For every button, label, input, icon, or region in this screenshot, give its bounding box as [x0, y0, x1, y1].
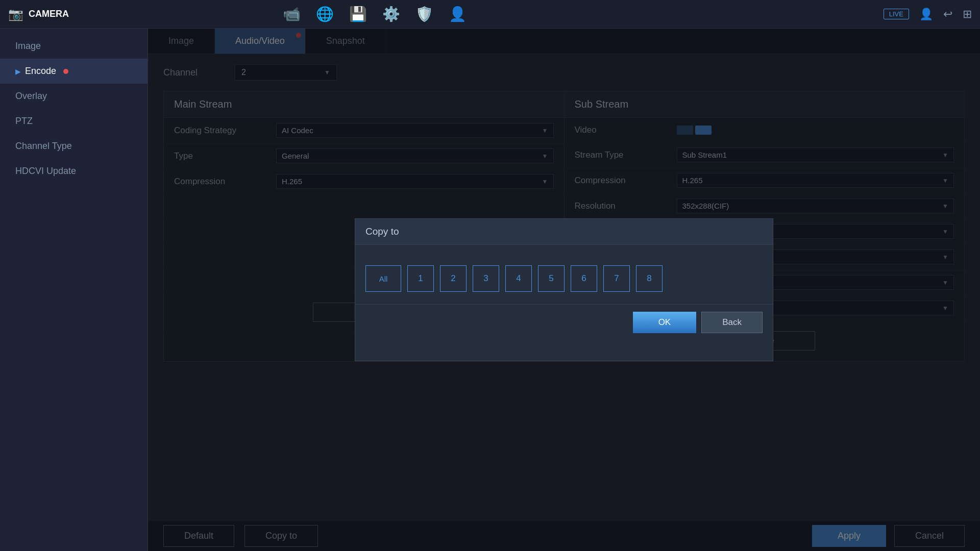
sidebar-label-ptz: PTZ: [15, 116, 33, 127]
sidebar-label-channel-type: Channel Type: [15, 141, 72, 152]
camera-icon: 📷: [8, 7, 23, 21]
sidebar-label-hdcvi: HDCVI Update: [15, 166, 76, 177]
channel-buttons-group: All 1 2 3 4 5 6 7 8: [365, 265, 763, 292]
topbar: 📷 CAMERA 📹 🌐 💾 ⚙️ 🛡️ 👤 LIVE 👤 ↩ ⊞: [0, 0, 980, 29]
modal-footer: OK Back: [355, 304, 773, 340]
main-layout: Image ▶ Encode Overlay PTZ Channel Type …: [0, 29, 980, 551]
sidebar-item-channel-type[interactable]: Channel Type: [0, 134, 148, 159]
sidebar-label-image: Image: [15, 41, 41, 52]
grid-icon[interactable]: ⊞: [963, 8, 972, 21]
channel-btn-5[interactable]: 5: [538, 265, 565, 292]
modal-title: Copy to: [355, 219, 773, 245]
sidebar-label-overlay: Overlay: [15, 91, 47, 102]
channel-btn-2[interactable]: 2: [440, 265, 467, 292]
sidebar: Image ▶ Encode Overlay PTZ Channel Type …: [0, 29, 148, 551]
sidebar-item-overlay[interactable]: Overlay: [0, 84, 148, 109]
sidebar-item-encode[interactable]: ▶ Encode: [0, 59, 148, 84]
copy-to-modal: Copy to All 1 2 3 4 5 6 7 8 OK: [355, 218, 773, 361]
user-nav-icon[interactable]: 👤: [449, 6, 467, 22]
channel-btn-4[interactable]: 4: [505, 265, 532, 292]
sidebar-arrow-encode: ▶: [15, 67, 21, 76]
topbar-nav: 📹 🌐 💾 ⚙️ 🛡️ 👤: [283, 6, 467, 22]
settings-nav-icon[interactable]: ⚙️: [382, 6, 400, 22]
channel-btn-3[interactable]: 3: [473, 265, 499, 292]
video-nav-icon[interactable]: 📹: [283, 6, 301, 22]
camera-title: CAMERA: [29, 9, 69, 19]
account-icon[interactable]: 👤: [919, 8, 933, 21]
sidebar-label-encode: Encode: [25, 66, 56, 77]
topbar-icons: LIVE 👤 ↩ ⊞: [884, 8, 972, 21]
sidebar-item-ptz[interactable]: PTZ: [0, 109, 148, 134]
modal-body: All 1 2 3 4 5 6 7 8: [355, 245, 773, 304]
channel-btn-8[interactable]: 8: [636, 265, 663, 292]
camera-logo: 📷 CAMERA: [8, 7, 69, 21]
shield-nav-icon[interactable]: 🛡️: [415, 6, 433, 22]
exit-icon[interactable]: ↩: [943, 8, 952, 21]
modal-overlay: Copy to All 1 2 3 4 5 6 7 8 OK: [148, 29, 980, 551]
modal-back-button[interactable]: Back: [701, 312, 763, 333]
channel-btn-6[interactable]: 6: [571, 265, 597, 292]
channel-btn-7[interactable]: 7: [603, 265, 630, 292]
channel-btn-1[interactable]: 1: [407, 265, 434, 292]
content-area: Image Audio/Video Snapshot Channel 2 ▼: [148, 29, 980, 551]
live-badge: LIVE: [884, 9, 909, 19]
sidebar-item-hdcvi-update[interactable]: HDCVI Update: [0, 159, 148, 184]
network-nav-icon[interactable]: 🌐: [316, 6, 334, 22]
encode-badge: [63, 69, 68, 74]
storage-nav-icon[interactable]: 💾: [349, 6, 367, 22]
channel-all-btn[interactable]: All: [365, 265, 401, 292]
modal-ok-button[interactable]: OK: [633, 312, 697, 333]
sidebar-item-image[interactable]: Image: [0, 34, 148, 59]
